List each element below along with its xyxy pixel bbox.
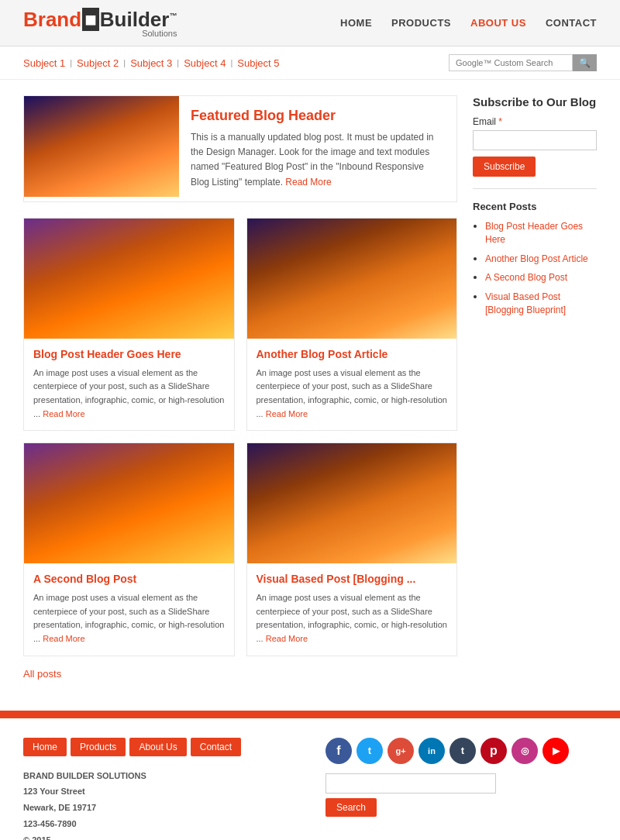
logo-builder-text: Builder™: [100, 8, 177, 31]
footer-nav-home[interactable]: Home: [23, 738, 67, 756]
required-marker: *: [498, 116, 502, 127]
footer-search-button[interactable]: Search: [326, 798, 377, 817]
blog-card-title-2: A Second Blog Post: [33, 573, 225, 585]
subject-bar: Subject 1 | Subject 2 | Subject 3 | Subj…: [0, 46, 620, 80]
pinterest-icon[interactable]: p: [480, 738, 507, 764]
subject-link-4[interactable]: Subject 4: [184, 57, 226, 69]
main-container: Featured Blog Header This is a manually …: [0, 80, 620, 695]
recent-post-item-0: Blog Post Header Goes Here: [485, 220, 597, 246]
footer-address: BRAND BUILDER SOLUTIONS 123 Your Street …: [23, 768, 294, 841]
subject-link-3[interactable]: Subject 3: [130, 57, 172, 69]
email-field-group: Email *: [473, 116, 597, 157]
blog-card-2: A Second Blog Post An image post uses a …: [23, 442, 235, 656]
featured-post: Featured Blog Header This is a manually …: [23, 95, 457, 202]
search-input[interactable]: [449, 54, 573, 71]
blog-card-3: Visual Based Post [Blogging ... An image…: [246, 442, 458, 656]
featured-post-title: Featured Blog Header: [191, 108, 445, 124]
featured-post-content: Featured Blog Header This is a manually …: [179, 96, 456, 201]
recent-posts-title: Recent Posts: [473, 201, 597, 212]
twitter-icon[interactable]: t: [356, 738, 383, 764]
youtube-icon[interactable]: ▶: [542, 738, 569, 764]
blog-card-1: Another Blog Post Article An image post …: [246, 218, 458, 431]
recent-post-item-3: Visual Based Post [Blogging Blueprint]: [485, 291, 597, 317]
phone: 123-456-7890: [23, 816, 294, 832]
logo-brand: Brand■Builder™: [23, 8, 177, 31]
nav-contact[interactable]: CONTACT: [546, 17, 597, 29]
footer-right: f t g+ in t p ◎ ▶ Search: [326, 738, 597, 841]
blog-card-text-2: An image post uses a visual element as t…: [33, 591, 225, 645]
sep-4: |: [230, 58, 232, 67]
blog-card-image-3: [247, 443, 457, 563]
subject-link-2[interactable]: Subject 2: [77, 57, 119, 69]
blog-card-image-1: [247, 219, 457, 339]
recent-post-link-1[interactable]: Another Blog Post Article: [485, 253, 588, 264]
nav-about[interactable]: ABOUT US: [470, 17, 526, 29]
featured-post-body: This is a manually updated blog post. It…: [191, 130, 445, 190]
footer-nav-contact[interactable]: Contact: [191, 738, 241, 756]
address-line1: 123 Your Street: [23, 783, 294, 800]
blog-card-body-2: A Second Blog Post An image post uses a …: [24, 563, 234, 655]
search-box: 🔍: [449, 54, 597, 71]
blog-card-body-1: Another Blog Post Article An image post …: [247, 339, 457, 430]
social-icons: f t g+ in t p ◎ ▶: [326, 738, 569, 764]
blog-card-body-3: Visual Based Post [Blogging ... An image…: [247, 563, 457, 655]
blog-card-0: Blog Post Header Goes Here An image post…: [23, 218, 235, 431]
logo: Brand■Builder™ Solutions: [23, 8, 177, 38]
recent-posts-list: Blog Post Header Goes Here Another Blog …: [473, 220, 597, 317]
subscribe-button[interactable]: Subscribe: [473, 157, 536, 177]
email-label: Email *: [473, 116, 597, 127]
footer-nav-products[interactable]: Products: [71, 738, 126, 756]
blog-card-title-1: Another Blog Post Article: [257, 348, 448, 360]
footer-nav: Home Products About Us Contact: [23, 738, 294, 756]
blog-card-readmore-1[interactable]: Read More: [266, 409, 308, 418]
sep-3: |: [177, 58, 179, 67]
subscribe-title: Subscribe to Our Blog: [473, 95, 597, 108]
sidebar: Subscribe to Our Blog Email * Subscribe …: [473, 95, 597, 680]
tumblr-icon[interactable]: t: [450, 738, 476, 764]
sep-2: |: [123, 58, 126, 67]
recent-post-link-2[interactable]: A Second Blog Post: [485, 272, 567, 283]
recent-post-link-3[interactable]: Visual Based Post [Blogging Blueprint]: [485, 291, 566, 315]
recent-post-item-2: A Second Blog Post: [485, 271, 597, 284]
blog-card-readmore-2[interactable]: Read More: [43, 634, 84, 643]
blog-card-title-3: Visual Based Post [Blogging ...: [257, 573, 448, 585]
address-line2: Newark, DE 19717: [23, 800, 294, 816]
main-nav: HOME PRODUCTS ABOUT US CONTACT: [340, 17, 597, 29]
company-name: BRAND BUILDER SOLUTIONS: [23, 768, 294, 784]
subject-links: Subject 1 | Subject 2 | Subject 3 | Subj…: [23, 57, 279, 69]
email-input[interactable]: [473, 130, 597, 150]
blog-card-readmore-0[interactable]: Read More: [43, 409, 84, 418]
footer-left: Home Products About Us Contact BRAND BUI…: [23, 738, 294, 841]
recent-post-link-0[interactable]: Blog Post Header Goes Here: [485, 221, 583, 245]
sep-1: |: [70, 58, 72, 67]
all-posts-link[interactable]: All posts: [23, 668, 61, 680]
logo-brand-text: Brand: [23, 8, 81, 31]
facebook-icon[interactable]: f: [326, 738, 352, 764]
footer-nav-about[interactable]: About Us: [129, 738, 186, 756]
blog-card-readmore-3[interactable]: Read More: [266, 634, 308, 643]
linkedin-icon[interactable]: in: [418, 738, 445, 764]
blog-card-image-2: [24, 443, 234, 563]
blog-card-text-3: An image post uses a visual element as t…: [257, 591, 448, 645]
recent-post-item-1: Another Blog Post Article: [485, 253, 597, 266]
content-area: Featured Blog Header This is a manually …: [23, 95, 457, 680]
featured-post-image: [24, 96, 179, 197]
blog-grid: Blog Post Header Goes Here An image post…: [23, 218, 457, 656]
subject-link-5[interactable]: Subject 5: [237, 57, 279, 69]
blog-card-body-0: Blog Post Header Goes Here An image post…: [24, 339, 234, 430]
nav-products[interactable]: PRODUCTS: [391, 17, 451, 29]
footer-search-input[interactable]: [326, 773, 496, 794]
nav-home[interactable]: HOME: [340, 17, 372, 29]
subject-link-1[interactable]: Subject 1: [23, 57, 65, 69]
footer: Home Products About Us Contact BRAND BUI…: [0, 718, 620, 841]
blog-card-text-1: An image post uses a visual element as t…: [257, 367, 448, 421]
header: Brand■Builder™ Solutions HOME PRODUCTS A…: [0, 0, 620, 46]
featured-read-more[interactable]: Read More: [285, 177, 331, 188]
search-button[interactable]: 🔍: [573, 54, 597, 71]
all-posts: All posts: [23, 668, 457, 680]
google-plus-icon[interactable]: g+: [388, 738, 414, 764]
blog-card-text-0: An image post uses a visual element as t…: [33, 367, 225, 421]
blog-card-title-0: Blog Post Header Goes Here: [33, 348, 225, 360]
copyright: © 2015: [23, 832, 294, 840]
instagram-icon[interactable]: ◎: [512, 738, 538, 764]
